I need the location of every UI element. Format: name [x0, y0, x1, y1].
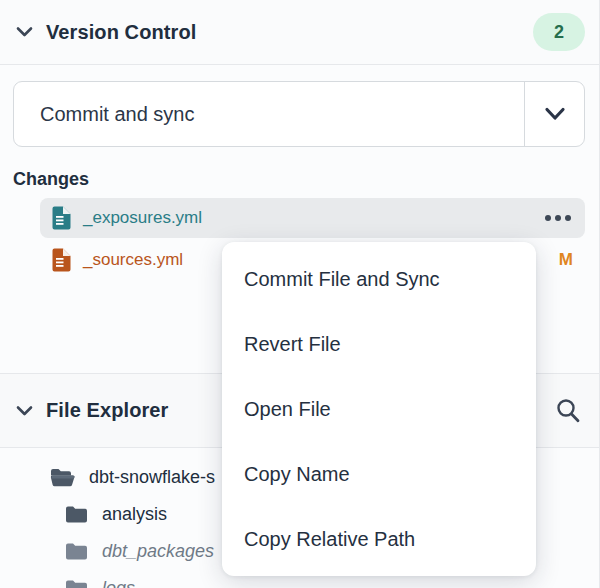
changes-label: Changes: [13, 169, 89, 190]
commit-action-value: Commit and sync: [14, 82, 524, 146]
changed-file-name: _exposures.yml: [83, 208, 202, 228]
file-context-menu: Commit File and Sync Revert File Open Fi…: [222, 242, 536, 576]
tree-item-label: dbt_packages: [102, 541, 214, 562]
menu-item-copy-relative-path[interactable]: Copy Relative Path: [222, 507, 536, 572]
commit-action-caret-button[interactable]: [524, 82, 584, 146]
search-button[interactable]: [553, 395, 583, 426]
file-icon: [52, 206, 71, 230]
file-actions-ellipsis-button[interactable]: [543, 211, 573, 225]
folder-icon: [65, 505, 88, 524]
menu-item-revert-file[interactable]: Revert File: [222, 312, 536, 377]
tree-item-label: analysis: [102, 504, 167, 525]
folder-open-icon: [50, 468, 75, 488]
menu-item-open-file[interactable]: Open File: [222, 377, 536, 442]
chevron-down-icon: [16, 26, 33, 38]
file-icon: [52, 248, 71, 272]
file-explorer-title: File Explorer: [46, 399, 168, 422]
folder-icon: [65, 542, 88, 561]
version-control-panel: Version Control 2 Commit and sync Change…: [0, 0, 600, 588]
changes-count-badge: 2: [533, 13, 585, 51]
version-control-title: Version Control: [46, 21, 196, 44]
modified-status-badge: M: [559, 250, 573, 270]
changed-file-name: _sources.yml: [83, 250, 183, 270]
tree-item-label: dbt-snowflake-s: [89, 467, 215, 488]
chevron-down-icon: [16, 405, 33, 417]
folder-icon: [65, 579, 88, 588]
commit-action-dropdown[interactable]: Commit and sync: [13, 81, 585, 147]
changed-file-row-exposures[interactable]: _exposures.yml: [40, 198, 585, 238]
search-icon: [555, 397, 581, 424]
menu-item-commit-file-and-sync[interactable]: Commit File and Sync: [222, 247, 536, 312]
version-control-section-header[interactable]: Version Control 2: [0, 0, 599, 65]
menu-item-copy-name[interactable]: Copy Name: [222, 442, 536, 507]
tree-item-label: logs: [102, 578, 135, 588]
chevron-down-icon: [544, 107, 566, 121]
